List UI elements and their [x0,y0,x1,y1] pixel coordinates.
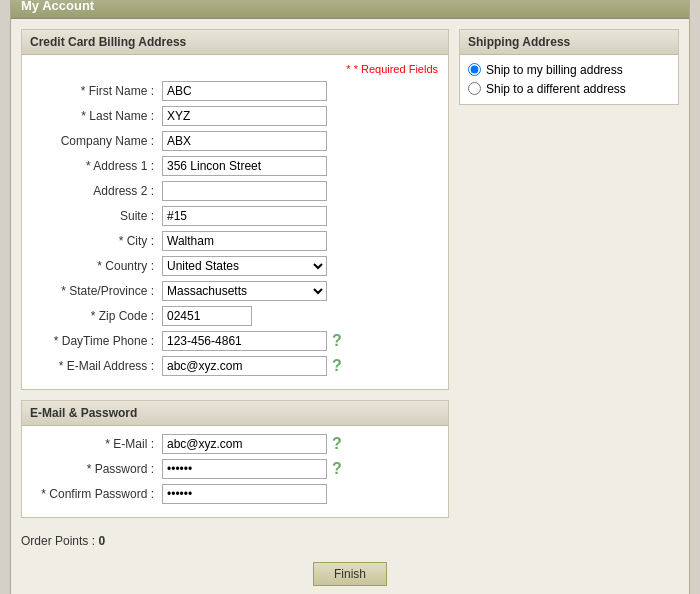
ship-different-row: Ship to a different address [468,82,670,96]
page-wrapper: My Account Credit Card Billing Address *… [10,0,690,594]
first-name-input[interactable] [162,81,327,101]
state-select[interactable]: Massachusetts [162,281,327,301]
billing-email-help-icon[interactable]: ? [332,357,342,375]
ship-different-radio[interactable] [468,82,481,95]
city-row: * City : [32,231,438,251]
ship-different-label: Ship to a different address [486,82,626,96]
email-password-section-body: * E-Mail : ? * Password : ? [22,426,448,517]
order-points-label: Order Points : [21,534,95,548]
zip-input[interactable] [162,306,252,326]
shipping-options: Ship to my billing address Ship to a dif… [460,55,678,104]
billing-email-input-wrapper: ? [162,356,438,376]
address1-input-wrapper [162,156,438,176]
city-input-wrapper [162,231,438,251]
city-label: * City : [32,234,162,248]
ep-email-input-wrapper: ? [162,434,438,454]
phone-input[interactable] [162,331,327,351]
company-name-label: Company Name : [32,134,162,148]
company-name-input-wrapper [162,131,438,151]
first-name-row: * First Name : [32,81,438,101]
suite-input[interactable] [162,206,327,226]
last-name-label: * Last Name : [32,109,162,123]
country-row: * Country : United States [32,256,438,276]
address1-input[interactable] [162,156,327,176]
ep-email-input[interactable] [162,434,327,454]
state-row: * State/Province : Massachusetts [32,281,438,301]
ep-email-label: * E-Mail : [32,437,162,451]
state-label: * State/Province : [32,284,162,298]
email-password-section-header: E-Mail & Password [22,401,448,426]
address2-row: Address 2 : [32,181,438,201]
address2-input[interactable] [162,181,327,201]
city-input[interactable] [162,231,327,251]
company-name-row: Company Name : [32,131,438,151]
ship-billing-row: Ship to my billing address [468,63,670,77]
address1-label: * Address 1 : [32,159,162,173]
ep-password-label: * Password : [32,462,162,476]
ep-confirm-input-wrapper [162,484,438,504]
billing-section-header: Credit Card Billing Address [22,30,448,55]
first-name-label: * First Name : [32,84,162,98]
ep-password-input-wrapper: ? [162,459,438,479]
shipping-section: Shipping Address Ship to my billing addr… [459,29,679,105]
phone-help-icon[interactable]: ? [332,332,342,350]
state-select-wrapper: Massachusetts [162,281,438,301]
suite-row: Suite : [32,206,438,226]
billing-section-body: * * Required Fields * First Name : * Las… [22,55,448,389]
suite-label: Suite : [32,209,162,223]
billing-email-label: * E-Mail Address : [32,359,162,373]
address1-row: * Address 1 : [32,156,438,176]
country-label: * Country : [32,259,162,273]
ship-billing-label: Ship to my billing address [486,63,623,77]
order-points: Order Points : 0 [21,534,679,548]
zip-input-wrapper [162,306,438,326]
ep-password-input[interactable] [162,459,327,479]
finish-row: Finish [21,556,679,595]
finish-button[interactable]: Finish [313,562,387,586]
zip-label: * Zip Code : [32,309,162,323]
billing-email-input[interactable] [162,356,327,376]
ep-password-row: * Password : ? [32,459,438,479]
phone-row: * DayTime Phone : ? [32,331,438,351]
last-name-input[interactable] [162,106,327,126]
zip-row: * Zip Code : [32,306,438,326]
last-name-row: * Last Name : [32,106,438,126]
first-name-input-wrapper [162,81,438,101]
suite-input-wrapper [162,206,438,226]
phone-label: * DayTime Phone : [32,334,162,348]
ship-billing-radio[interactable] [468,63,481,76]
ep-confirm-input[interactable] [162,484,327,504]
content-area: Credit Card Billing Address * * Required… [11,19,689,528]
shipping-section-header: Shipping Address [460,30,678,55]
left-panel: Credit Card Billing Address * * Required… [21,29,449,518]
required-note: * * Required Fields [32,63,438,75]
page-title: My Account [11,0,689,19]
email-password-section: E-Mail & Password * E-Mail : ? * Passwor… [21,400,449,518]
last-name-input-wrapper [162,106,438,126]
country-select[interactable]: United States [162,256,327,276]
ep-password-help-icon[interactable]: ? [332,460,342,478]
ep-email-row: * E-Mail : ? [32,434,438,454]
billing-section: Credit Card Billing Address * * Required… [21,29,449,390]
address2-input-wrapper [162,181,438,201]
country-select-wrapper: United States [162,256,438,276]
phone-input-wrapper: ? [162,331,438,351]
billing-email-row: * E-Mail Address : ? [32,356,438,376]
ep-confirm-row: * Confirm Password : [32,484,438,504]
ep-email-help-icon[interactable]: ? [332,435,342,453]
address2-label: Address 2 : [32,184,162,198]
bottom-area: Order Points : 0 Finish [11,528,689,595]
ep-confirm-label: * Confirm Password : [32,487,162,501]
company-name-input[interactable] [162,131,327,151]
right-panel: Shipping Address Ship to my billing addr… [459,29,679,518]
order-points-value: 0 [98,534,105,548]
